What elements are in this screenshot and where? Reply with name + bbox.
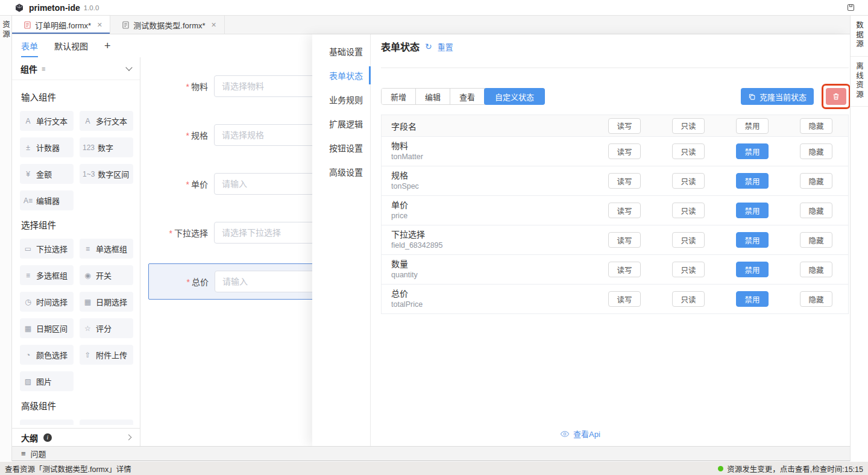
save-layout-icon[interactable] xyxy=(846,3,855,12)
state-option-button[interactable]: 只读 xyxy=(672,291,705,307)
option-column: 只读 xyxy=(656,173,720,189)
state-option-button[interactable]: 只读 xyxy=(672,143,705,159)
state-option-button[interactable]: 只读 xyxy=(672,232,705,248)
state-option-button[interactable]: 读写 xyxy=(608,143,641,159)
required-mark: * xyxy=(187,277,190,287)
option-column: 读写 xyxy=(593,173,656,189)
right-rail-item[interactable]: 离线资源 xyxy=(851,57,868,107)
palette-item[interactable]: A多行文本 xyxy=(80,111,133,131)
component-icon: ◔ xyxy=(23,351,33,359)
resource-rail[interactable]: 资源 xyxy=(0,16,12,461)
palette-item[interactable]: ☆评分 xyxy=(80,318,133,338)
clone-state-button[interactable]: 克隆当前状态 xyxy=(741,88,814,105)
required-mark: * xyxy=(169,228,172,238)
state-tab[interactable]: 新增 xyxy=(382,89,416,104)
required-mark: * xyxy=(186,131,189,140)
palette-item[interactable]: ◔颜色选择 xyxy=(20,345,74,365)
palette-item[interactable]: ▦日期区间 xyxy=(20,318,74,338)
state-option-button[interactable]: 禁用 xyxy=(736,291,769,307)
palette-item[interactable]: ¥金额 xyxy=(20,164,74,184)
column-state-button[interactable]: 隐藏 xyxy=(800,118,832,134)
column-state-button[interactable]: 只读 xyxy=(672,118,705,134)
app-root: primeton-ide 1.0.0 资源 数据源离线资源 订单明细.formx… xyxy=(0,0,868,475)
palette-item[interactable] xyxy=(20,420,74,425)
field-label: *单价 xyxy=(140,178,208,190)
palette-item[interactable]: A单行文本 xyxy=(20,111,74,131)
reset-link[interactable]: 重置 xyxy=(438,41,453,52)
close-icon[interactable]: × xyxy=(97,20,102,30)
state-option-button[interactable]: 禁用 xyxy=(736,232,769,248)
state-option-button[interactable]: 禁用 xyxy=(736,143,769,159)
settings-nav-item[interactable]: 基础设置 xyxy=(312,39,370,63)
status-left-text[interactable]: 查看资源「测试数据类型.formx」详情 xyxy=(5,463,131,474)
delete-state-button[interactable] xyxy=(826,88,846,105)
problems-bar[interactable]: ≡ 问题 xyxy=(12,446,850,461)
state-option-button[interactable]: 读写 xyxy=(608,203,641,218)
settings-nav-item[interactable]: 按钮设置 xyxy=(312,136,370,160)
add-view-button[interactable]: + xyxy=(104,40,111,52)
component-icon: ≡ xyxy=(83,245,93,253)
status-right[interactable]: 资源发生变更，点击查看,检查时间:15:15 xyxy=(718,463,863,474)
state-option-button[interactable]: 禁用 xyxy=(736,203,769,218)
palette-item[interactable]: ±计数器 xyxy=(20,137,74,157)
right-rail-item[interactable]: 数据源 xyxy=(851,16,868,57)
close-icon[interactable]: × xyxy=(212,20,216,30)
file-tab[interactable]: 测试数据类型.formx*× xyxy=(110,16,224,34)
view-tab[interactable]: 表单 xyxy=(21,34,38,57)
state-option-button[interactable]: 读写 xyxy=(608,262,641,277)
state-option-button[interactable]: 只读 xyxy=(672,262,705,277)
option-column: 只读 xyxy=(656,232,720,248)
chevron-right-icon[interactable] xyxy=(126,435,132,441)
palette-header[interactable]: 组件 ≡ xyxy=(12,57,140,80)
state-option-button[interactable]: 读写 xyxy=(608,173,641,189)
palette-item[interactable] xyxy=(80,420,133,425)
file-tab[interactable]: 订单明细.formx*× xyxy=(12,16,110,34)
view-api-link[interactable]: 查看Api xyxy=(560,428,600,439)
state-option-button[interactable]: 隐藏 xyxy=(800,262,832,277)
app-title: primeton-ide xyxy=(29,3,80,13)
state-option-button[interactable]: 只读 xyxy=(672,173,705,189)
option-column: 禁用 xyxy=(720,232,784,248)
palette-item[interactable]: A≡编辑器 xyxy=(20,190,74,210)
state-option-button[interactable]: 隐藏 xyxy=(800,203,832,218)
state-option-button[interactable]: 读写 xyxy=(608,232,641,248)
reset-refresh-icon[interactable]: ↻ xyxy=(425,42,432,51)
palette-item[interactable]: 123数字 xyxy=(80,137,133,157)
settings-nav-item[interactable]: 高级设置 xyxy=(312,160,370,184)
state-tab[interactable]: 编辑 xyxy=(416,89,450,104)
palette-item[interactable]: ▦日期选择 xyxy=(80,292,133,312)
state-option-button[interactable]: 隐藏 xyxy=(800,291,832,307)
field-state-table: 字段名 读写只读禁用隐藏 物料tonMatter读写只读禁用隐藏规格tonSpe… xyxy=(381,115,849,314)
option-column: 读写 xyxy=(593,232,656,248)
palette-item[interactable]: ≡多选框组 xyxy=(20,265,74,285)
option-column: 隐藏 xyxy=(784,173,848,189)
state-option-button[interactable]: 禁用 xyxy=(736,262,769,277)
app-logo-icon xyxy=(14,3,24,13)
column-state-button[interactable]: 禁用 xyxy=(736,118,769,134)
palette-item[interactable]: 1~3数字区间 xyxy=(80,164,133,184)
right-rail: 数据源离线资源 xyxy=(850,16,868,461)
palette-item[interactable]: ▨图片 xyxy=(20,371,74,391)
option-column: 读写 xyxy=(593,262,656,277)
palette-item[interactable]: ◉开关 xyxy=(80,265,133,285)
state-tab[interactable]: 查看 xyxy=(450,89,485,104)
state-option-button[interactable]: 隐藏 xyxy=(800,143,832,159)
settings-nav-item[interactable]: 业务规则 xyxy=(312,87,370,112)
state-option-button[interactable]: 只读 xyxy=(672,203,705,218)
field-display-name: 数量 xyxy=(391,259,593,270)
palette-item[interactable]: ▭下拉选择 xyxy=(20,239,74,259)
state-option-button[interactable]: 隐藏 xyxy=(800,232,832,248)
palette-item[interactable]: ◷时间选择 xyxy=(20,292,74,312)
column-state-button[interactable]: 读写 xyxy=(608,118,641,134)
chevron-down-icon[interactable] xyxy=(125,64,132,71)
settings-nav-item[interactable]: 表单状态 xyxy=(312,63,370,87)
palette-item[interactable]: ⇧附件上传 xyxy=(80,345,133,365)
state-tab[interactable]: 自定义状态 xyxy=(484,88,545,105)
state-option-button[interactable]: 禁用 xyxy=(736,173,769,189)
settings-nav-item[interactable]: 扩展逻辑 xyxy=(312,112,370,136)
palette-item[interactable]: ≡单选框组 xyxy=(80,239,133,259)
view-tab[interactable]: 默认视图 xyxy=(54,34,88,57)
state-option-button[interactable]: 隐藏 xyxy=(800,173,832,189)
state-option-button[interactable]: 读写 xyxy=(608,291,641,307)
outline-row[interactable]: 大纲 i xyxy=(12,428,140,446)
